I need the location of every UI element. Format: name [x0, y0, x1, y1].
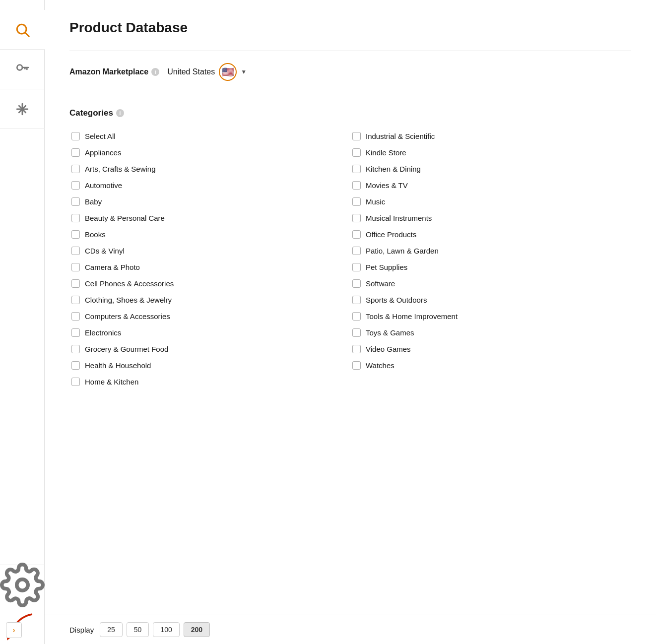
- categories-right-column: Industrial & ScientificKindle StoreKitch…: [350, 128, 631, 390]
- display-btn-50[interactable]: 50: [127, 622, 149, 637]
- category-label-music: Music: [366, 197, 385, 206]
- category-item-musical-instruments[interactable]: Musical Instruments: [350, 210, 631, 226]
- category-item-cell-phones-accessories[interactable]: Cell Phones & Accessories: [69, 275, 350, 292]
- checkbox-appliances[interactable]: [71, 148, 80, 157]
- category-item-sports-outdoors[interactable]: Sports & Outdoors: [350, 292, 631, 308]
- category-item-cds-vinyl[interactable]: CDs & Vinyl: [69, 243, 350, 259]
- category-label-musical-instruments: Musical Instruments: [366, 214, 432, 222]
- category-item-watches[interactable]: Watches: [350, 357, 631, 374]
- category-item-patio-lawn-garden[interactable]: Patio, Lawn & Garden: [350, 243, 631, 259]
- display-options: 2550100200: [100, 622, 210, 637]
- checkbox-camera-photo[interactable]: [71, 263, 80, 271]
- checkbox-music[interactable]: [352, 197, 361, 206]
- svg-point-2: [17, 64, 22, 70]
- checkbox-beauty-personal-care[interactable]: [71, 214, 80, 222]
- category-item-camera-photo[interactable]: Camera & Photo: [69, 259, 350, 275]
- category-item-clothing-shoes-jewelry[interactable]: Clothing, Shoes & Jewelry: [69, 292, 350, 308]
- checkbox-computers-accessories[interactable]: [71, 312, 80, 321]
- category-item-computers-accessories[interactable]: Computers & Accessories: [69, 308, 350, 324]
- checkbox-baby[interactable]: [71, 197, 80, 206]
- checkbox-automotive[interactable]: [71, 181, 80, 190]
- checkbox-select-all[interactable]: [71, 132, 80, 140]
- category-item-select-all[interactable]: Select All: [69, 128, 350, 144]
- checkbox-health-household[interactable]: [71, 361, 80, 370]
- checkbox-kitchen-dining[interactable]: [352, 165, 361, 173]
- sidebar-settings[interactable]: [0, 565, 45, 604]
- checkbox-clothing-shoes-jewelry[interactable]: [71, 296, 80, 304]
- display-label: Display: [69, 626, 94, 634]
- category-item-grocery-gourmet-food[interactable]: Grocery & Gourmet Food: [69, 341, 350, 357]
- checkbox-home-kitchen[interactable]: [71, 378, 80, 386]
- expand-sidebar-button[interactable]: ›: [6, 622, 22, 638]
- categories-grid: Select AllAppliancesArts, Crafts & Sewin…: [69, 128, 631, 390]
- checkbox-tools-home-improvement[interactable]: [352, 312, 361, 321]
- category-item-pet-supplies[interactable]: Pet Supplies: [350, 259, 631, 275]
- category-item-automotive[interactable]: Automotive: [69, 177, 350, 193]
- checkbox-office-products[interactable]: [352, 230, 361, 239]
- settings-icon: [0, 563, 45, 607]
- category-item-appliances[interactable]: Appliances: [69, 144, 350, 161]
- checkbox-patio-lawn-garden[interactable]: [352, 247, 361, 255]
- category-item-video-games[interactable]: Video Games: [350, 341, 631, 357]
- category-label-home-kitchen: Home & Kitchen: [85, 378, 138, 386]
- category-label-electronics: Electronics: [85, 328, 121, 337]
- category-item-movies-tv[interactable]: Movies & TV: [350, 177, 631, 193]
- category-item-software[interactable]: Software: [350, 275, 631, 292]
- svg-point-10: [16, 579, 28, 590]
- category-label-arts-crafts-sewing: Arts, Crafts & Sewing: [85, 165, 156, 173]
- sidebar-key[interactable]: [0, 50, 45, 89]
- checkbox-movies-tv[interactable]: [352, 181, 361, 190]
- category-label-video-games: Video Games: [366, 345, 411, 353]
- checkbox-software[interactable]: [352, 279, 361, 288]
- category-label-patio-lawn-garden: Patio, Lawn & Garden: [366, 247, 439, 255]
- checkbox-electronics[interactable]: [71, 328, 80, 337]
- sidebar-search[interactable]: [0, 10, 45, 50]
- checkbox-industrial-scientific[interactable]: [352, 132, 361, 140]
- category-item-office-products[interactable]: Office Products: [350, 226, 631, 243]
- display-btn-200[interactable]: 200: [184, 622, 210, 637]
- country-selector[interactable]: United States 🇺🇸 ▼: [167, 63, 247, 81]
- checkbox-cell-phones-accessories[interactable]: [71, 279, 80, 288]
- category-label-appliances: Appliances: [85, 148, 121, 157]
- category-label-tools-home-improvement: Tools & Home Improvement: [366, 312, 458, 321]
- category-label-automotive: Automotive: [85, 181, 122, 190]
- checkbox-arts-crafts-sewing[interactable]: [71, 165, 80, 173]
- marketplace-info-icon[interactable]: i: [151, 68, 159, 76]
- checkbox-video-games[interactable]: [352, 345, 361, 353]
- category-item-toys-games[interactable]: Toys & Games: [350, 324, 631, 341]
- category-item-kitchen-dining[interactable]: Kitchen & Dining: [350, 161, 631, 177]
- checkbox-toys-games[interactable]: [352, 328, 361, 337]
- category-label-sports-outdoors: Sports & Outdoors: [366, 296, 427, 304]
- category-label-pet-supplies: Pet Supplies: [366, 263, 407, 271]
- checkbox-cds-vinyl[interactable]: [71, 247, 80, 255]
- category-item-music[interactable]: Music: [350, 193, 631, 210]
- divider-2: [69, 96, 631, 96]
- category-item-tools-home-improvement[interactable]: Tools & Home Improvement: [350, 308, 631, 324]
- category-item-arts-crafts-sewing[interactable]: Arts, Crafts & Sewing: [69, 161, 350, 177]
- checkbox-musical-instruments[interactable]: [352, 214, 361, 222]
- category-item-beauty-personal-care[interactable]: Beauty & Personal Care: [69, 210, 350, 226]
- checkbox-sports-outdoors[interactable]: [352, 296, 361, 304]
- category-item-electronics[interactable]: Electronics: [69, 324, 350, 341]
- category-label-select-all: Select All: [85, 132, 116, 140]
- key-icon: [14, 62, 30, 77]
- display-btn-25[interactable]: 25: [100, 622, 123, 637]
- category-label-industrial-scientific: Industrial & Scientific: [366, 132, 435, 140]
- checkbox-books[interactable]: [71, 230, 80, 239]
- category-item-industrial-scientific[interactable]: Industrial & Scientific: [350, 128, 631, 144]
- category-item-home-kitchen[interactable]: Home & Kitchen: [69, 374, 350, 390]
- checkbox-pet-supplies[interactable]: [352, 263, 361, 271]
- categories-info-icon[interactable]: i: [116, 109, 124, 117]
- display-btn-100[interactable]: 100: [153, 622, 179, 637]
- category-label-software: Software: [366, 279, 395, 288]
- sidebar-plus[interactable]: [0, 89, 45, 129]
- category-label-movies-tv: Movies & TV: [366, 181, 408, 190]
- category-label-grocery-gourmet-food: Grocery & Gourmet Food: [85, 345, 168, 353]
- category-item-kindle-store[interactable]: Kindle Store: [350, 144, 631, 161]
- checkbox-watches[interactable]: [352, 361, 361, 370]
- checkbox-grocery-gourmet-food[interactable]: [71, 345, 80, 353]
- category-item-books[interactable]: Books: [69, 226, 350, 243]
- category-item-health-household[interactable]: Health & Household: [69, 357, 350, 374]
- category-item-baby[interactable]: Baby: [69, 193, 350, 210]
- checkbox-kindle-store[interactable]: [352, 148, 361, 157]
